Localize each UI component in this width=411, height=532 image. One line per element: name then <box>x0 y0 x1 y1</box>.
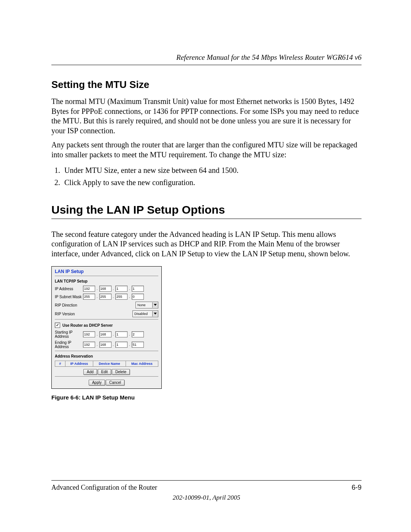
row-start-ip: Starting IP Address 192. 168. 1. 2 <box>55 330 158 339</box>
subnet-label: IP Subnet Mask <box>55 295 83 299</box>
mtu-paragraph-1: The normal MTU (Maximum Transmit Unit) v… <box>51 97 362 136</box>
col-mac: Mac Address <box>126 361 158 367</box>
header-manual-title: Reference Manual for the 54 Mbps Wireles… <box>51 53 362 62</box>
cancel-button[interactable]: Cancel <box>106 380 124 385</box>
end-ip-octet-4[interactable]: 51 <box>132 342 144 348</box>
ip-octet-1[interactable]: 192 <box>83 286 95 292</box>
ip-address-label: IP Address <box>55 287 83 291</box>
apply-button[interactable]: Apply <box>89 380 105 385</box>
reservation-table: # IP Address Device Name Mac Address <box>55 361 158 367</box>
subnet-octet-1[interactable]: 255 <box>83 294 95 300</box>
tcpip-heading: LAN TCP/IP Setup <box>55 279 158 283</box>
col-device: Device Name <box>93 361 126 367</box>
heading-lan-ip: Using the LAN IP Setup Options <box>51 203 362 219</box>
col-ip: IP Address <box>65 361 93 367</box>
ip-octet-3[interactable]: 1 <box>115 286 127 292</box>
page-footer: Advanced Configuration of the Router 6-9… <box>51 480 362 502</box>
row-dhcp-checkbox: ✓ Use Router as DHCP Server <box>55 323 158 328</box>
start-ip-octet-1[interactable]: 192 <box>83 331 95 337</box>
panel-rule-1 <box>55 276 158 276</box>
add-button[interactable]: Add <box>83 369 97 375</box>
end-ip-octet-3[interactable]: 1 <box>115 342 127 348</box>
row-rip-version: RIP Version Disabled <box>55 310 158 317</box>
row-rip-direction: RIP Direction None <box>55 302 158 308</box>
subnet-octet-3[interactable]: 255 <box>115 294 127 300</box>
rip-version-label: RIP Version <box>55 312 75 316</box>
footer-doc-id: 202-10099-01, April 2005 <box>51 494 362 502</box>
header-rule <box>51 65 362 65</box>
subnet-octet-4[interactable]: 0 <box>132 294 144 300</box>
rip-direction-label: RIP Direction <box>55 303 77 307</box>
row-subnet: IP Subnet Mask 255. 255. 255. 0 <box>55 294 158 300</box>
subnet-octet-2[interactable]: 255 <box>99 294 112 300</box>
delete-button[interactable]: Delete <box>112 369 130 375</box>
panel-title: LAN IP Setup <box>55 269 158 274</box>
svg-marker-1 <box>154 313 157 315</box>
rip-direction-value: None <box>136 303 152 307</box>
row-end-ip: Ending IP Address 192. 168. 1. 51 <box>55 340 158 349</box>
end-ip-label: Ending IP Address <box>55 340 83 349</box>
address-reservation-heading: Address Reservation <box>55 354 158 358</box>
svg-marker-0 <box>154 304 157 306</box>
end-ip-octet-2[interactable]: 168 <box>99 342 112 348</box>
panel-rule-4 <box>55 376 158 377</box>
rip-version-value: Disabled <box>133 312 152 316</box>
figure-caption: Figure 6-6: LAN IP Setup Menu <box>51 394 362 401</box>
heading-mtu: Setting the MTU Size <box>51 79 362 91</box>
start-ip-label: Starting IP Address <box>55 330 83 339</box>
ip-octet-2[interactable]: 168 <box>99 286 112 292</box>
footer-page-number: 6-9 <box>352 484 362 492</box>
footer-rule <box>51 480 362 481</box>
row-ip-address: IP Address 192. 168. 1. 1 <box>55 286 158 292</box>
panel-rule-2 <box>55 319 158 320</box>
lan-paragraph-1: The second feature category under the Ad… <box>51 230 362 259</box>
start-ip-octet-4[interactable]: 2 <box>132 331 144 337</box>
mtu-step-1: Under MTU Size, enter a new size between… <box>62 165 362 176</box>
start-ip-octet-3[interactable]: 1 <box>115 331 127 337</box>
footer-chapter: Advanced Configuration of the Router <box>51 484 157 492</box>
chevron-down-icon <box>152 311 158 316</box>
mtu-step-2: Click Apply to save the new configuratio… <box>62 177 362 188</box>
lan-ip-setup-panel: LAN IP Setup LAN TCP/IP Setup IP Address… <box>51 266 162 389</box>
start-ip-octet-2[interactable]: 168 <box>99 331 112 337</box>
panel-rule-3 <box>55 351 158 351</box>
rip-version-select[interactable]: Disabled <box>132 310 158 317</box>
chevron-down-icon <box>152 302 158 308</box>
mtu-steps: Under MTU Size, enter a new size between… <box>51 165 362 188</box>
mtu-paragraph-2: Any packets sent through the router that… <box>51 140 362 160</box>
end-ip-octet-1[interactable]: 192 <box>83 342 95 348</box>
ip-octet-4[interactable]: 1 <box>132 286 144 292</box>
rip-direction-select[interactable]: None <box>135 302 158 308</box>
dhcp-checkbox-label: Use Router as DHCP Server <box>62 323 113 328</box>
dhcp-checkbox[interactable]: ✓ <box>55 323 60 328</box>
edit-button[interactable]: Edit <box>98 369 111 375</box>
col-num: # <box>55 361 65 367</box>
